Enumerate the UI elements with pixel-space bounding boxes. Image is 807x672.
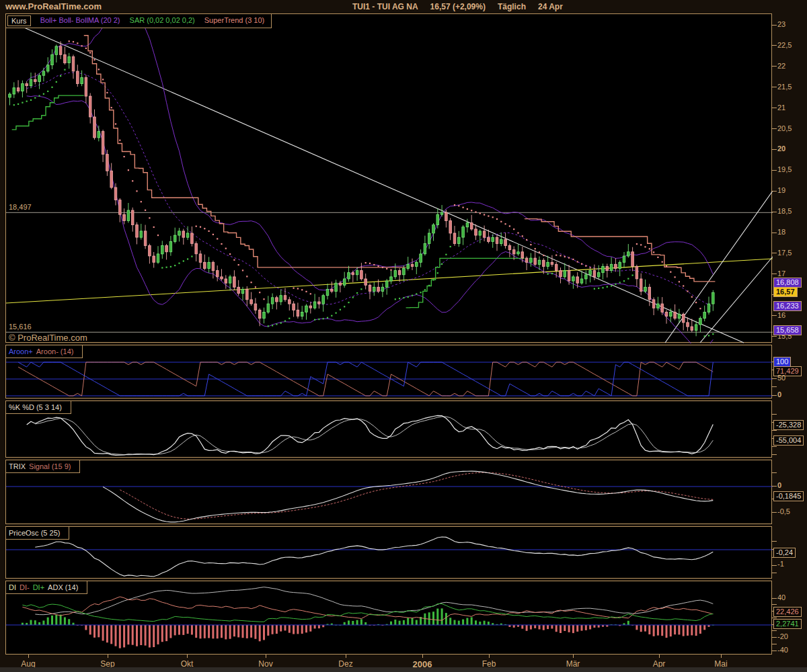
trix-signal-label[interactable]: Signal (15 9) xyxy=(29,462,71,470)
price-axis-label: 21 xyxy=(777,103,785,112)
axis-tick xyxy=(771,618,777,618)
posc-axis-label: -1 xyxy=(777,560,784,569)
adx-plot[interactable] xyxy=(6,581,771,654)
priceosc-panel-header: PriceOsc (5 25) xyxy=(6,527,69,540)
di-label[interactable]: DI xyxy=(9,583,16,591)
time-axis-tick xyxy=(346,655,346,658)
axis-tick xyxy=(771,630,777,631)
priceosc-panel[interactable]: PriceOsc (5 25) xyxy=(5,526,772,579)
adx-axis-label: -40 xyxy=(777,646,788,655)
axis-tick xyxy=(771,108,777,108)
price-axis-label: 22,5 xyxy=(777,41,792,50)
axis-tick xyxy=(771,541,777,542)
adx-axis-label: 40 xyxy=(777,593,785,602)
title-symbol: TUI1 - TUI AG NA xyxy=(352,2,418,11)
kurs-label[interactable]: Kurs xyxy=(7,15,31,26)
axis-tick xyxy=(771,637,777,638)
axis-tick xyxy=(771,274,777,274)
axis-tick xyxy=(771,25,777,26)
price-axis-label: 23 xyxy=(777,20,785,29)
axis-tick xyxy=(771,315,777,316)
aroon-axis-label: 50 xyxy=(777,374,785,382)
aroon-plus-label[interactable]: Aroon+ xyxy=(9,347,33,355)
axis-tick xyxy=(771,446,777,447)
aroon-panel-header: Aroon+Aroon- (14) xyxy=(6,345,83,358)
adx-axis-label: -20 xyxy=(777,632,788,641)
axis-tick xyxy=(771,650,777,651)
trix-panel-header: TRIXSignal (15 9) xyxy=(6,460,80,473)
axis-tick xyxy=(771,66,777,67)
priceosc-plot[interactable] xyxy=(6,527,771,578)
trix-axis-label: -0,1845 xyxy=(773,491,804,501)
time-axis-tick xyxy=(108,655,108,658)
stoch-axis-label: -25,328 xyxy=(773,420,804,430)
stochastic-panel[interactable]: %K %D (5 3 14) xyxy=(5,401,772,458)
axis-tick xyxy=(771,378,777,379)
price-axis-label: 19 xyxy=(777,186,785,195)
axis-tick xyxy=(771,472,777,473)
aroon-panel[interactable]: Aroon+Aroon- (14) xyxy=(5,345,772,398)
trix-plot[interactable] xyxy=(6,460,771,523)
bollinger-label[interactable]: Boll+ Boll- BollMA (20 2) xyxy=(40,15,120,26)
time-axis-tick xyxy=(266,655,266,658)
price-axis-label: 16 xyxy=(777,311,785,320)
supertrend-label[interactable]: SuperTrend (3 10) xyxy=(204,15,264,26)
adx-label[interactable]: ADX (14) xyxy=(48,583,78,591)
axis-tick xyxy=(771,386,777,387)
aroon-minus-label[interactable]: Aroon- (14) xyxy=(36,347,74,355)
axis-tick xyxy=(771,565,777,566)
sar-label[interactable]: SAR (0,02 0,02 0,2) xyxy=(130,15,195,26)
hline-label-lower: 15,616 xyxy=(9,323,32,331)
price-axis-label: 19,5 xyxy=(777,165,792,174)
price-axis-label: 20 xyxy=(777,144,785,153)
stochastic-label[interactable]: %K %D (5 3 14) xyxy=(9,403,62,411)
axis-tick xyxy=(771,644,777,644)
axis-tick xyxy=(771,191,777,192)
price-axis-label: 17,5 xyxy=(777,249,792,257)
axis-tick xyxy=(771,336,777,337)
title-price: 16,57 (+2,09%) xyxy=(430,2,486,11)
time-axis-tick xyxy=(573,655,574,658)
price-axis-label: 20,5 xyxy=(777,124,792,133)
axis-tick xyxy=(771,604,777,605)
stochastic-plot[interactable] xyxy=(6,401,771,457)
priceosc-label[interactable]: PriceOsc (5 25) xyxy=(9,529,60,537)
posc-axis-label: -0,24 xyxy=(773,548,796,558)
price-axis-label: 18 xyxy=(777,228,785,237)
axis-tick xyxy=(771,573,777,573)
bottom-scrollbar[interactable] xyxy=(0,667,807,672)
adx-axis-label: 2,2741 xyxy=(773,619,802,629)
title-date: 24 Apr xyxy=(538,2,563,11)
axis-tick xyxy=(771,128,777,129)
axis-tick xyxy=(771,512,777,513)
aroon-axis-label: 0 xyxy=(777,390,781,399)
brand-link[interactable]: www.ProRealTime.com xyxy=(5,1,102,11)
trix-panel[interactable]: TRIXSignal (15 9) xyxy=(5,460,772,524)
price-chart-panel[interactable]: Kurs Boll+ Boll- BollMA (20 2) SAR (0,02… xyxy=(5,13,772,343)
price-box: 16,57 xyxy=(773,287,798,297)
price-box: 16,808 xyxy=(773,278,802,288)
trix-axis-label: 0 xyxy=(777,481,781,490)
hline-label-upper: 18,497 xyxy=(9,203,32,211)
watermark: © ProRealTime.com xyxy=(9,333,87,343)
time-axis-tick xyxy=(28,655,29,658)
di-plus-label[interactable]: DI+ xyxy=(33,583,44,591)
axis-tick xyxy=(771,395,777,396)
axis-tick xyxy=(771,149,777,150)
time-axis-tick xyxy=(187,655,188,658)
axis-tick xyxy=(771,170,777,171)
aroon-plot[interactable] xyxy=(6,345,771,398)
title-bar: www.ProRealTime.com TUI1 - TUI AG NA16,5… xyxy=(0,0,807,13)
axis-tick xyxy=(771,233,777,233)
adx-panel[interactable]: DIDI-DI+ADX (14) xyxy=(5,581,772,655)
price-box: 16,233 xyxy=(773,301,802,311)
trix-label[interactable]: TRIX xyxy=(9,462,26,470)
adx-axis-label: 22,426 xyxy=(773,607,802,617)
stochastic-panel-header: %K %D (5 3 14) xyxy=(6,401,71,414)
trix-axis-label: -0,5 xyxy=(777,507,790,516)
price-axis-label: 22 xyxy=(777,62,785,71)
candlestick-plot[interactable] xyxy=(6,14,771,342)
axis-tick xyxy=(771,486,777,487)
axis-tick xyxy=(771,212,777,212)
di-minus-label[interactable]: DI- xyxy=(20,583,30,591)
